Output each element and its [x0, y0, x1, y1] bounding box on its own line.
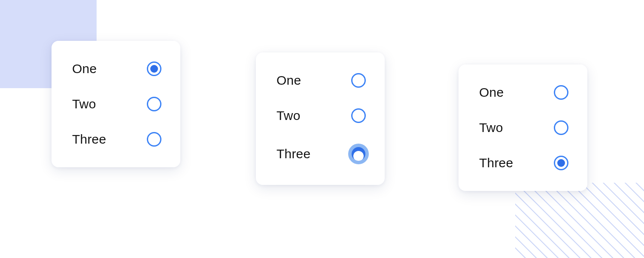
radio-label: One — [479, 85, 504, 100]
radio-indicator-selected[interactable] — [554, 156, 568, 170]
radio-label: Two — [479, 120, 503, 135]
svg-rect-2 — [515, 183, 644, 258]
radio-indicator-touching[interactable] — [348, 144, 369, 164]
radio-option-three[interactable]: Three — [276, 144, 366, 164]
radio-option-one[interactable]: One — [72, 61, 161, 76]
radio-indicator-unselected[interactable] — [351, 108, 366, 123]
radio-option-one[interactable]: One — [276, 73, 366, 88]
radio-card-default: One Two Three — [52, 41, 180, 167]
radio-option-three[interactable]: Three — [479, 156, 568, 170]
radio-indicator-unselected[interactable] — [147, 97, 161, 111]
radio-option-two[interactable]: Two — [276, 108, 366, 123]
radio-option-two[interactable]: Two — [72, 97, 161, 111]
radio-indicator-unselected[interactable] — [351, 73, 366, 88]
radio-label: One — [276, 73, 301, 88]
radio-indicator-unselected[interactable] — [554, 120, 568, 135]
radio-label: Three — [72, 132, 106, 147]
radio-label: One — [72, 61, 97, 76]
radio-label: Two — [72, 97, 96, 111]
radio-label: Two — [276, 108, 301, 123]
radio-indicator-unselected[interactable] — [554, 85, 568, 100]
decorative-hatch — [515, 183, 644, 258]
radio-card-moved: One Two Three — [459, 64, 587, 191]
radio-option-three[interactable]: Three — [72, 132, 161, 147]
radio-card-touching: One Two Three — [256, 52, 385, 185]
radio-option-two[interactable]: Two — [479, 120, 568, 135]
radio-label: Three — [479, 156, 513, 170]
radio-indicator-selected[interactable] — [147, 61, 161, 76]
radio-option-one[interactable]: One — [479, 85, 568, 100]
radio-touch-ring — [352, 147, 365, 161]
radio-label: Three — [276, 147, 310, 161]
stage: One Two Three One Two Three — [0, 0, 644, 258]
radio-indicator-unselected[interactable] — [147, 132, 161, 147]
